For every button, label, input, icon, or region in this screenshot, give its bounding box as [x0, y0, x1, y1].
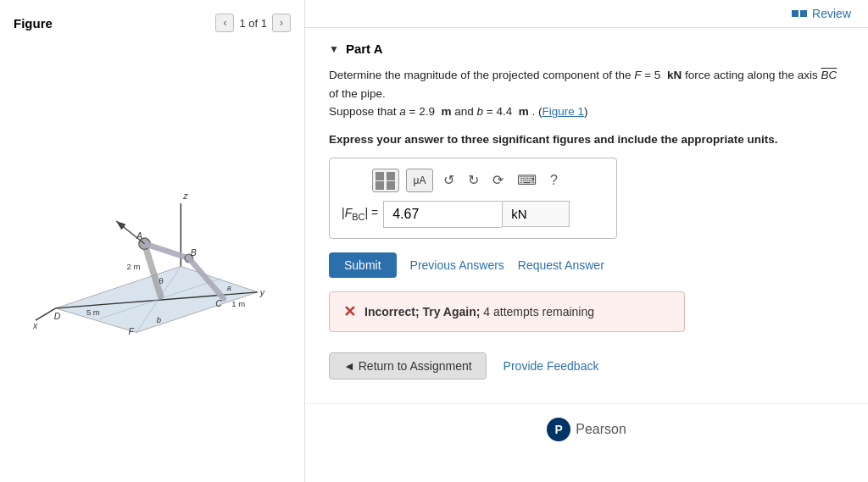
matrix-button[interactable]	[372, 169, 399, 192]
part-title: Part A	[346, 42, 383, 56]
review-button[interactable]: Review	[792, 7, 851, 20]
answer-input[interactable]	[383, 201, 502, 228]
svg-line-1	[35, 307, 55, 319]
answer-box: μΑ ↺ ↻ ⟳ ⌨ ? |FBC| =	[329, 158, 617, 239]
figure-image: x y z D F C	[14, 42, 291, 468]
right-panel: Review ▼ Part A Determine the magnitude …	[305, 0, 868, 482]
express-instruction: Express your answer to three significant…	[329, 133, 844, 146]
help-button[interactable]: ?	[547, 171, 561, 190]
figure-next-button[interactable]: ›	[272, 14, 291, 32]
svg-text:B: B	[190, 248, 196, 258]
left-panel: Figure ‹ 1 of 1 › x y z	[0, 0, 305, 482]
svg-text:D: D	[53, 312, 60, 321]
request-answer-link[interactable]: Request Answer	[518, 258, 604, 272]
undo-button[interactable]: ↺	[440, 170, 458, 190]
redo-button[interactable]: ↻	[465, 170, 482, 190]
provide-feedback-button[interactable]: Provide Feedback	[504, 359, 599, 373]
figure-header: Figure ‹ 1 of 1 ›	[14, 14, 291, 32]
svg-text:b: b	[156, 315, 160, 324]
error-box: ✕ Incorrect; Try Again; 4 attempts remai…	[329, 291, 685, 332]
review-icon	[792, 10, 807, 17]
review-label: Review	[812, 7, 851, 20]
part-a-section: ▼ Part A Determine the magnitude of the …	[305, 28, 868, 393]
figure-nav: ‹ 1 of 1 ›	[215, 14, 291, 32]
input-row: |FBC| =	[342, 201, 604, 228]
problem-text: Determine the magnitude of the projected…	[329, 66, 844, 121]
figure-svg: x y z D F C	[25, 171, 280, 341]
svg-text:5 m: 5 m	[86, 307, 99, 316]
input-label: |FBC| =	[342, 206, 378, 222]
svg-text:z: z	[182, 191, 188, 201]
toolbar: μΑ ↺ ↻ ⟳ ⌨ ?	[342, 169, 604, 192]
mu-label: μΑ	[414, 175, 426, 186]
svg-text:a: a	[226, 282, 231, 291]
figure-nav-text: 1 of 1	[239, 17, 267, 30]
pearson-icon: P	[547, 418, 570, 441]
svg-text:1 m: 1 m	[231, 299, 245, 308]
pearson-footer: P Pearson	[305, 403, 868, 455]
figure-link[interactable]: Figure 1	[542, 105, 584, 118]
bottom-row: ◄ Return to Assignment Provide Feedback	[329, 352, 844, 380]
figure-label: Figure	[14, 16, 53, 30]
svg-text:C: C	[215, 299, 222, 308]
return-label: ◄ Return to Assignment	[343, 359, 472, 373]
return-button[interactable]: ◄ Return to Assignment	[329, 352, 487, 380]
error-text: Incorrect; Try Again; 4 attempts remaini…	[364, 305, 594, 319]
refresh-button[interactable]: ⟳	[489, 170, 507, 190]
svg-text:y: y	[259, 287, 264, 296]
svg-text:F: F	[128, 327, 134, 336]
unit-input[interactable]	[502, 201, 570, 227]
keyboard-button[interactable]: ⌨	[514, 170, 540, 190]
svg-text:θ: θ	[159, 276, 163, 285]
part-header: ▼ Part A	[329, 42, 844, 56]
figure-prev-button[interactable]: ‹	[215, 14, 234, 32]
submit-row: Submit Previous Answers Request Answer	[329, 252, 844, 278]
collapse-icon[interactable]: ▼	[329, 43, 339, 55]
pearson-logo: P Pearson	[547, 418, 626, 441]
svg-text:2 m: 2 m	[126, 262, 140, 271]
top-bar: Review	[305, 0, 868, 28]
mu-button[interactable]: μΑ	[406, 169, 433, 192]
submit-button[interactable]: Submit	[329, 252, 397, 278]
pearson-label: Pearson	[576, 422, 626, 437]
svg-text:x: x	[32, 320, 38, 330]
error-icon: ✕	[343, 302, 356, 321]
previous-answers-link[interactable]: Previous Answers	[410, 258, 504, 272]
